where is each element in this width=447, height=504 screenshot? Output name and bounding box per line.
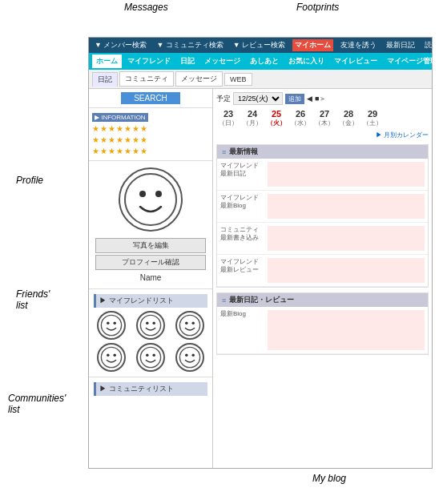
- news-item-myblog: 最新Blog: [217, 307, 428, 354]
- svg-point-13: [107, 353, 110, 357]
- news-content-friend-diary: [268, 162, 425, 187]
- cal-day-25: 25 （火）: [264, 107, 288, 129]
- cal-day-num-28: 28: [339, 109, 358, 119]
- news-item-friend-blog: マイフレンド最新Blog: [217, 191, 428, 223]
- news-label-friend-blog: マイフレンド最新Blog: [220, 194, 264, 219]
- nav-myreview[interactable]: マイレビュー: [330, 54, 381, 68]
- svg-point-6: [140, 315, 160, 335]
- cal-day-27: 27 （木）: [312, 107, 336, 129]
- svg-point-15: [140, 347, 160, 367]
- cal-day-num-23: 23: [219, 109, 238, 119]
- cal-day-num-27: 27: [315, 109, 334, 119]
- friend-smiley-icon-5: [139, 346, 162, 369]
- communities-content: [94, 399, 207, 463]
- communities-list-annotation: Communities'list: [8, 393, 66, 415]
- search-button[interactable]: SEARCH: [121, 92, 180, 104]
- tab-message[interactable]: メッセージ: [175, 71, 223, 87]
- nav-mypage[interactable]: マイページ管理: [383, 54, 441, 68]
- profile-section: 写真を編集 プロフィール確認 Name: [89, 161, 212, 289]
- news-content-community: [268, 226, 425, 251]
- svg-point-20: [191, 353, 195, 357]
- cal-day-24: 24 （月）: [240, 107, 264, 129]
- svg-point-17: [152, 353, 155, 357]
- nav-myfriend[interactable]: マイフレンド: [123, 54, 175, 68]
- svg-point-19: [185, 353, 188, 357]
- nav-footprint[interactable]: あしあと: [246, 54, 283, 68]
- diary-review-section: 最新日記・レビュー 最新Blog: [216, 292, 429, 355]
- right-column: 予定 12/25(火) 追加 ◀ ■＞ 23 （日） 24 （月）: [213, 89, 432, 468]
- messages-annotation: Messages: [124, 2, 168, 13]
- friend-avatar-6[interactable]: [175, 343, 204, 372]
- tab-bar: 日記 コミュニティ メッセージ WEB: [89, 70, 432, 89]
- check-profile-button[interactable]: プロフィール確認: [95, 255, 206, 270]
- profile-annotation: Profile: [16, 175, 43, 186]
- calendar-add-button[interactable]: 追加: [285, 94, 304, 104]
- friends-list-section: ▶ マイフレンドリスト: [89, 289, 212, 377]
- nav-top-bar: ▼ メンバー検索 ▼ コミュニティ検索 ▼ レビュー検索 マイホーム 友達を誘う…: [89, 38, 432, 53]
- svg-point-14: [114, 353, 117, 357]
- nav-review-search[interactable]: ▼ レビュー検索: [231, 39, 288, 51]
- friend-smiley-icon-1: [100, 314, 123, 337]
- nav-myhome[interactable]: マイホーム: [292, 39, 333, 51]
- nav-member-search[interactable]: ▼ メンバー検索: [92, 39, 149, 51]
- main-ui: ▼ メンバー検索 ▼ コミュニティ検索 ▼ レビュー検索 マイホーム 友達を誘う…: [88, 37, 433, 469]
- friend-smiley-icon-2: [139, 314, 162, 337]
- cal-day-label-26: （水）: [291, 119, 310, 127]
- nav-profile[interactable]: プロフィール変更: [443, 54, 447, 68]
- friend-avatar-3[interactable]: [175, 311, 204, 340]
- cal-day-26: 26 （水）: [288, 107, 312, 129]
- communities-list-section: ▶ コミュニティリスト: [89, 377, 212, 468]
- friend-avatar-1[interactable]: [97, 311, 126, 340]
- news-label-friend-review: マイフレンド最新レビュー: [220, 258, 264, 283]
- friend-avatar-2[interactable]: [136, 311, 165, 340]
- latest-news-header: 最新情報: [217, 145, 428, 159]
- svg-point-18: [179, 347, 199, 367]
- nav-message[interactable]: メッセージ: [200, 54, 244, 68]
- profile-name: Name: [95, 273, 206, 282]
- calendar-header: 予定 12/25(火) 追加 ◀ ■＞: [216, 92, 429, 105]
- svg-point-5: [114, 321, 117, 325]
- diary-review-header: 最新日記・レビュー: [217, 293, 428, 307]
- news-content-myblog: [268, 310, 425, 350]
- news-content-friend-review: [268, 258, 425, 283]
- friend-avatar-5[interactable]: [136, 343, 165, 372]
- nav-home[interactable]: ホーム: [92, 54, 122, 68]
- news-item-community: コミュニティ最新書き込み: [217, 223, 428, 255]
- nav-second-bar: ホーム マイフレンド 日記 メッセージ あしあと お気に入り マイレビュー マイ…: [89, 53, 432, 70]
- tab-community[interactable]: コミュニティ: [119, 71, 174, 87]
- monthly-calendar-link[interactable]: ▶ 月別カレンダー: [216, 131, 429, 139]
- cal-day-label-23: （日）: [219, 119, 238, 127]
- tab-web[interactable]: WEB: [224, 73, 252, 86]
- svg-point-4: [107, 321, 110, 325]
- svg-point-1: [139, 191, 146, 197]
- search-area: SEARCH: [89, 89, 212, 108]
- communities-list-header: ▶ コミュニティリスト: [94, 382, 207, 396]
- nav-reading[interactable]: 読書登録: [422, 39, 447, 51]
- news-content-friend-blog: [268, 194, 425, 219]
- cal-day-num-29: 29: [363, 109, 382, 119]
- svg-point-7: [146, 321, 149, 325]
- cal-day-num-26: 26: [291, 109, 310, 119]
- friends-list-header: ▶ マイフレンドリスト: [94, 294, 207, 308]
- profile-avatar: [119, 167, 183, 232]
- svg-point-9: [179, 315, 199, 335]
- main-content-area: SEARCH ▶ INFORMATION ★★★★★★★ ★★★★★★★ ★★★…: [89, 89, 432, 468]
- news-label-friend-diary: マイフレンド最新日記: [220, 162, 264, 187]
- friend-avatar-4[interactable]: [97, 343, 126, 372]
- nav-community-search[interactable]: ▼ コミュニティ検索: [154, 39, 225, 51]
- stars-row-2: ★★★★★★★: [92, 135, 209, 146]
- my-blog-annotation: My blog: [312, 473, 346, 484]
- calendar-prev[interactable]: ◀: [307, 95, 312, 103]
- nav-latest-diary[interactable]: 最新日記: [384, 39, 417, 51]
- nav-invite[interactable]: 友達を誘う: [338, 39, 379, 51]
- friend-smiley-icon-6: [179, 346, 201, 369]
- calendar-next[interactable]: ■＞: [315, 94, 326, 104]
- tab-diary[interactable]: 日記: [92, 72, 118, 87]
- calendar-date-select[interactable]: 12/25(火): [233, 92, 283, 105]
- edit-photo-button[interactable]: 写真を編集: [95, 238, 206, 253]
- cal-day-29: 29 （土）: [360, 107, 385, 129]
- information-label: ▶ INFORMATION: [92, 113, 148, 122]
- nav-favorites[interactable]: お気に入り: [284, 54, 328, 68]
- nav-diary[interactable]: 日記: [176, 54, 199, 68]
- cal-day-num-25: 25: [267, 109, 286, 119]
